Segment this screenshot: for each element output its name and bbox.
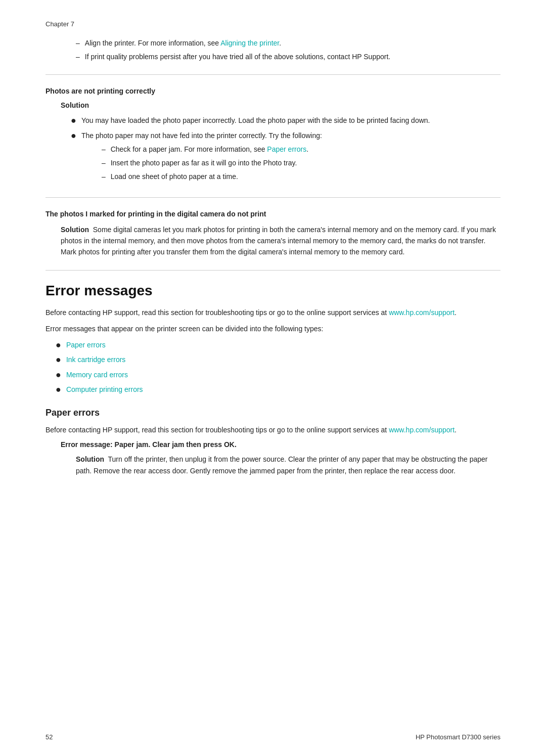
photos-section: Photos are not printing correctly Soluti…	[46, 87, 500, 185]
photos-heading: Photos are not printing correctly	[46, 87, 500, 95]
bullet-dot-e1: ●	[56, 340, 61, 351]
error-type-computer: ● Computer printing errors	[56, 384, 500, 395]
photos-solution-label: Solution	[61, 101, 500, 109]
sub-bullet-3: – Load one sheet of photo paper at a tim…	[102, 171, 322, 182]
footer: 52 HP Photosmart D7300 series	[46, 733, 500, 741]
paper-jam-heading: Error message: Paper jam. Clear jam then…	[61, 440, 500, 449]
bullet-dot-2: ●	[71, 130, 76, 185]
digital-solution-label: Solution	[61, 226, 89, 234]
sub-bullet-2: – Insert the photo paper as far as it wi…	[102, 158, 322, 168]
paper-errors-link-1[interactable]: Paper errors	[267, 145, 306, 153]
paper-errors-intro: Before contacting HP support, read this …	[46, 424, 500, 435]
digital-camera-section: The photos I marked for printing in the …	[46, 210, 500, 258]
dash-1: –	[76, 38, 80, 49]
intro-bullets: – Align the printer. For more informatio…	[76, 38, 500, 62]
digital-solution-body: Some digital cameras let you mark photos…	[61, 226, 496, 256]
intro-bullet-2: – If print quality problems persist afte…	[76, 52, 500, 62]
intro-bullet-2-text: If print quality problems persist after …	[85, 52, 390, 62]
sub-bullet-1-text: Check for a paper jam. For more informat…	[111, 144, 308, 155]
bullet-dot-e4: ●	[56, 384, 61, 395]
aligning-printer-link[interactable]: Aligning the printer	[220, 39, 279, 47]
photos-bullet-2-text: The photo paper may not have fed into th…	[81, 130, 322, 185]
paper-solution-label: Solution	[76, 455, 104, 463]
ink-cartridge-link[interactable]: Ink cartridge errors	[66, 354, 125, 366]
paper-errors-link-2[interactable]: Paper errors	[66, 340, 106, 351]
error-type-paper: ● Paper errors	[56, 340, 500, 351]
computer-printing-link[interactable]: Computer printing errors	[66, 384, 143, 395]
sub-dash-3: –	[102, 171, 106, 182]
bullet-dot-e3: ●	[56, 370, 61, 381]
error-type-memory: ● Memory card errors	[56, 370, 500, 381]
photos-bullet-2: ● The photo paper may not have fed into …	[71, 130, 500, 185]
photos-bullets: ● You may have loaded the photo paper in…	[71, 115, 500, 185]
photos-bullet-1: ● You may have loaded the photo paper in…	[71, 115, 500, 126]
intro-bullet-1-text: Align the printer. For more information,…	[85, 38, 281, 49]
bullet-dot-1: ●	[71, 115, 76, 126]
dash-2: –	[76, 52, 80, 62]
page-number: 52	[46, 733, 53, 741]
error-type-ink: ● Ink cartridge errors	[56, 354, 500, 366]
error-messages-intro1: Before contacting HP support, read this …	[46, 307, 500, 318]
paper-jam-solution: Solution Turn off the printer, then unpl…	[76, 454, 500, 476]
hp-support-link-2[interactable]: www.hp.com/support	[389, 426, 454, 434]
divider-2	[46, 197, 500, 198]
divider-3	[46, 270, 500, 271]
sub-dash-2: –	[102, 158, 106, 168]
paper-solution-body: Turn off the printer, then unplug it fro…	[76, 455, 488, 474]
paper-errors-heading: Paper errors	[46, 408, 500, 418]
photos-bullet-1-text: You may have loaded the photo paper inco…	[81, 115, 430, 126]
memory-card-link[interactable]: Memory card errors	[66, 370, 128, 381]
digital-camera-heading: The photos I marked for printing in the …	[46, 210, 500, 218]
error-types-list: ● Paper errors ● Ink cartridge errors ● …	[56, 340, 500, 395]
hp-support-link-1[interactable]: www.hp.com/support	[389, 308, 454, 317]
product-name: HP Photosmart D7300 series	[416, 733, 500, 741]
sub-dash-1: –	[102, 144, 106, 155]
sub-bullet-1: – Check for a paper jam. For more inform…	[102, 144, 322, 155]
chapter-label: Chapter 7	[46, 20, 500, 28]
sub-bullet-3-text: Load one sheet of photo paper at a time.	[111, 171, 238, 182]
photos-sub-bullets: – Check for a paper jam. For more inform…	[102, 144, 322, 182]
bullet-dot-e2: ●	[56, 354, 61, 366]
sub-bullet-2-text: Insert the photo paper as far as it will…	[111, 158, 297, 168]
digital-camera-body: Solution Some digital cameras let you ma…	[61, 224, 500, 258]
error-messages-heading: Error messages	[46, 283, 500, 299]
error-messages-intro2: Error messages that appear on the printe…	[46, 323, 500, 334]
intro-bullet-1: – Align the printer. For more informatio…	[76, 38, 500, 49]
divider-1	[46, 74, 500, 75]
paper-errors-section: Paper errors Before contacting HP suppor…	[46, 408, 500, 476]
error-messages-section: Error messages Before contacting HP supp…	[46, 283, 500, 395]
paper-jam-block: Error message: Paper jam. Clear jam then…	[61, 440, 500, 476]
